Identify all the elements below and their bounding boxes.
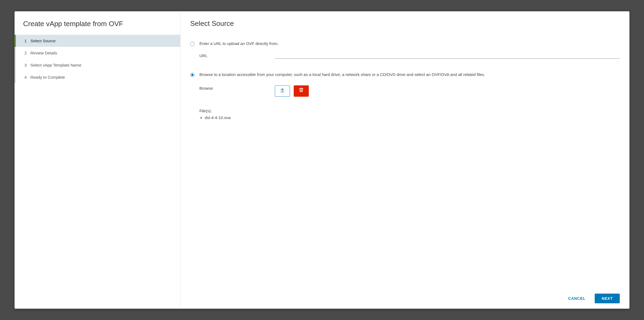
step-number: 1 — [25, 39, 30, 43]
option-url: Enter a URL to upload an OVF directly fr… — [190, 41, 620, 59]
delete-button[interactable] — [294, 85, 309, 97]
step-select-source[interactable]: 1 Select Source — [15, 35, 180, 47]
upload-button[interactable] — [275, 85, 290, 97]
step-number: 3 — [25, 63, 30, 67]
wizard-title: Create vApp template from OVF — [15, 19, 180, 35]
wizard-sidebar: Create vApp template from OVF 1 Select S… — [15, 11, 181, 309]
browse-label: Browse — [199, 85, 275, 92]
file-item: dsl-4-4-10.ova — [205, 115, 620, 120]
step-select-vapp-template-name[interactable]: 3 Select vApp Template Name — [15, 59, 180, 71]
wizard-footer: CANCEL NEXT — [190, 289, 620, 303]
wizard-dialog: Create vApp template from OVF 1 Select S… — [15, 11, 629, 309]
option-browse-description: Browse to a location accessible from you… — [199, 72, 620, 78]
next-button[interactable]: NEXT — [595, 294, 620, 303]
option-browse-body: Browse to a location accessible from you… — [199, 72, 620, 97]
radio-url[interactable] — [190, 42, 195, 46]
step-review-details[interactable]: 2 Review Details — [15, 47, 180, 59]
url-label: URL — [199, 53, 275, 59]
option-url-description: Enter a URL to upload an OVF directly fr… — [199, 41, 620, 47]
step-ready-to-complete[interactable]: 4 Ready to Complete — [15, 71, 180, 83]
url-input[interactable] — [275, 52, 620, 59]
trash-icon — [299, 87, 304, 95]
files-list: dsl-4-4-10.ova — [199, 115, 620, 120]
step-label: Ready to Complete — [30, 75, 65, 79]
step-number: 4 — [25, 75, 30, 79]
files-label: File(s): — [199, 109, 620, 113]
page-heading: Select Source — [190, 19, 620, 28]
step-label: Review Details — [30, 51, 57, 55]
upload-icon — [280, 87, 285, 95]
step-number: 2 — [25, 51, 30, 55]
option-url-body: Enter a URL to upload an OVF directly fr… — [199, 41, 620, 59]
radio-browse[interactable] — [190, 73, 195, 77]
wizard-content: Select Source Enter a URL to upload an O… — [181, 11, 629, 309]
step-label: Select vApp Template Name — [30, 63, 81, 67]
wizard-steps: 1 Select Source 2 Review Details 3 Selec… — [15, 35, 180, 83]
files-section: File(s): dsl-4-4-10.ova — [199, 109, 620, 120]
step-label: Select Source — [30, 39, 56, 43]
option-browse: Browse to a location accessible from you… — [190, 72, 620, 97]
cancel-button[interactable]: CANCEL — [565, 294, 589, 303]
